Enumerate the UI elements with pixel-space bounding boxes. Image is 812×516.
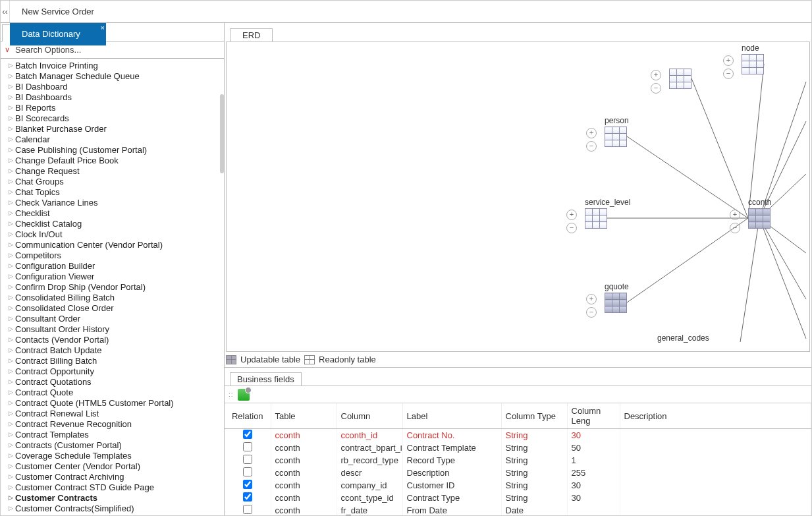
tree-expand-icon[interactable]: ▷ — [9, 136, 15, 142]
tree-expand-icon[interactable]: ▷ — [9, 294, 15, 301]
erd-collapse-button[interactable]: − — [586, 307, 597, 318]
tree-expand-icon[interactable]: ▷ — [9, 146, 15, 153]
tree-item[interactable]: ▷Customer Contract Archiving — [3, 471, 221, 482]
tree-item[interactable]: ▷Contract Quote — [3, 387, 221, 397]
relation-checkbox[interactable] — [243, 430, 252, 439]
tree-expand-icon[interactable]: ▷ — [9, 283, 15, 290]
erd-node-service_level[interactable]: service_level+− — [585, 208, 607, 229]
grid-wrap[interactable]: RelationTableColumnLabelColumn TypeColum… — [225, 403, 811, 515]
tree-expand-icon[interactable]: ▷ — [9, 252, 15, 258]
erd-node-node[interactable]: node+− — [742, 54, 764, 74]
tree-item[interactable]: ▷Customer Credit Notes — [3, 513, 221, 515]
relation-checkbox[interactable] — [243, 492, 252, 502]
tree-item[interactable]: ▷Contract Quotations — [3, 376, 221, 387]
export-excel-button[interactable] — [238, 389, 250, 401]
tree-item[interactable]: ▷Consultant Order History — [3, 324, 221, 334]
tree-item[interactable]: ▷Configuration Viewer — [3, 271, 221, 281]
tree-expand-icon[interactable]: ▷ — [9, 273, 15, 279]
column-header[interactable]: Label — [402, 403, 501, 429]
tree-item[interactable]: ▷Contract Renewal List — [3, 408, 221, 418]
relation-checkbox[interactable] — [243, 442, 252, 451]
tree-expand-icon[interactable]: ▷ — [9, 304, 15, 311]
top-tab-2[interactable]: Data Dictionary× — [10, 23, 106, 45]
tree-expand-icon[interactable]: ▷ — [9, 83, 15, 90]
tree-expand-icon[interactable]: ▷ — [9, 357, 15, 364]
relation-checkbox[interactable] — [243, 455, 252, 464]
tree-item[interactable]: ▷Calendar — [3, 134, 221, 144]
tree-item[interactable]: ▷BI Reports — [3, 102, 221, 113]
tree-expand-icon[interactable]: ▷ — [9, 452, 15, 459]
tree-item[interactable]: ▷Contract Opportunity — [3, 366, 221, 376]
tree-expand-icon[interactable]: ▷ — [9, 104, 15, 111]
tree-item[interactable]: ▷BI Scorecards — [3, 113, 221, 123]
business-fields-tab[interactable]: Business fields — [230, 372, 302, 386]
relation-checkbox[interactable] — [243, 467, 252, 476]
tree-item[interactable]: ▷Chat Groups — [3, 176, 221, 186]
table-row[interactable]: cconthrb_record_typeRecord TypeString1 — [225, 454, 811, 467]
tree-item[interactable]: ▷Customer Contract STD Guide Page — [3, 482, 221, 492]
erd-expand-button[interactable]: + — [566, 210, 577, 220]
tree-expand-icon[interactable]: ▷ — [9, 399, 15, 406]
column-header[interactable]: Column Type — [501, 403, 567, 429]
business-fields-grid[interactable]: RelationTableColumnLabelColumn TypeColum… — [225, 403, 811, 515]
tree-expand-icon[interactable]: ▷ — [9, 188, 15, 195]
erd-collapse-button[interactable]: − — [730, 223, 740, 233]
tree-expand-icon[interactable]: ▷ — [9, 378, 15, 385]
tree-expand-icon[interactable]: ▷ — [9, 199, 15, 206]
tree-expand-icon[interactable]: ▷ — [9, 442, 15, 448]
tree-item[interactable]: ▷Contacts (Vendor Portal) — [3, 334, 221, 345]
erd-expand-button[interactable]: + — [730, 210, 740, 220]
tree-expand-icon[interactable]: ▷ — [9, 125, 15, 132]
tree-expand-icon[interactable]: ▷ — [9, 463, 15, 469]
scroll-thumb[interactable] — [220, 94, 224, 173]
tree-expand-icon[interactable]: ▷ — [9, 473, 15, 480]
erd-node-unnamed[interactable]: +− — [669, 69, 691, 89]
tree-expand-icon[interactable]: ▷ — [9, 241, 15, 248]
module-tree[interactable]: ▷Batch Invoice Printing▷Batch Manager Sc… — [1, 59, 224, 515]
relation-checkbox[interactable] — [243, 505, 252, 514]
column-header[interactable]: Table — [271, 403, 337, 429]
tree-expand-icon[interactable]: ▷ — [9, 484, 15, 490]
tree-expand-icon[interactable]: ▷ — [9, 494, 15, 501]
tree-expand-icon[interactable]: ▷ — [9, 326, 15, 332]
tree-item[interactable]: ▷Batch Manager Schedule Queue — [3, 71, 221, 81]
column-header[interactable]: Column — [337, 403, 402, 429]
erd-collapse-button[interactable]: − — [586, 141, 597, 152]
tree-expand-icon[interactable]: ▷ — [9, 72, 15, 79]
erd-tab[interactable]: ERD — [230, 28, 273, 42]
tree-item[interactable]: ▷Checklist Catalog — [3, 218, 221, 229]
tree-expand-icon[interactable]: ▷ — [9, 347, 15, 353]
erd-canvas[interactable]: cconth+−node+−+−person+−service_level+−g… — [226, 42, 810, 352]
erd-expand-button[interactable]: + — [651, 70, 661, 80]
tree-expand-icon[interactable]: ▷ — [9, 315, 15, 322]
erd-collapse-button[interactable]: − — [566, 223, 577, 233]
erd-node-gquote[interactable]: gquote+− — [605, 293, 627, 313]
tree-expand-icon[interactable]: ▷ — [9, 178, 15, 185]
tree-expand-icon[interactable]: ▷ — [9, 62, 15, 69]
column-header[interactable]: Column Leng — [567, 403, 620, 429]
tree-item[interactable]: ▷Competitors — [3, 250, 221, 260]
tree-item[interactable]: ▷Consolidated Close Order — [3, 302, 221, 313]
tree-expand-icon[interactable]: ▷ — [9, 94, 15, 100]
tree-expand-icon[interactable]: ▷ — [9, 231, 15, 237]
tree-item[interactable]: ▷Contract Quote (HTML5 Customer Portal) — [3, 397, 221, 408]
tree-item[interactable]: ▷Coverage Schedule Templates — [3, 450, 221, 461]
erd-node-person[interactable]: person+− — [605, 127, 627, 147]
tree-item[interactable]: ▷Consultant Order — [3, 313, 221, 324]
table-row[interactable]: cconthdescrDescriptionString255 — [225, 467, 811, 479]
tree-item[interactable]: ▷Contracts (Customer Portal) — [3, 440, 221, 450]
tree-expand-icon[interactable]: ▷ — [9, 210, 15, 216]
tree-expand-icon[interactable]: ▷ — [9, 262, 15, 269]
erd-collapse-button[interactable]: − — [723, 69, 734, 79]
tree-expand-icon[interactable]: ▷ — [9, 431, 15, 438]
tree-item[interactable]: ▷Checklist — [3, 208, 221, 218]
tree-item[interactable]: ▷Chat Topics — [3, 186, 221, 197]
tree-expand-icon[interactable]: ▷ — [9, 220, 15, 227]
tree-item[interactable]: ▷Contract Revenue Recognition — [3, 418, 221, 429]
table-row[interactable]: cconthccont_type_idContract TypeString30 — [225, 492, 811, 504]
table-row[interactable]: cconthfr_dateFrom DateDate — [225, 504, 811, 515]
tree-item[interactable]: ▷Change Default Price Book — [3, 155, 221, 165]
tree-item[interactable]: ▷Change Request — [3, 165, 221, 176]
tree-item[interactable]: ▷Customer Contracts — [3, 492, 221, 503]
tree-item[interactable]: ▷Case Publishing (Customer Portal) — [3, 144, 221, 155]
